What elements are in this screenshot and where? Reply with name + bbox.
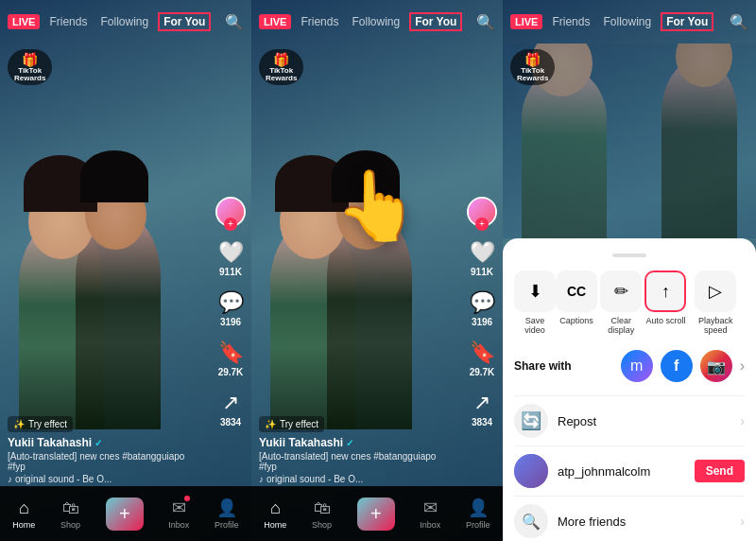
nav-following-3[interactable]: Following — [599, 13, 655, 30]
nav-following-1[interactable]: Following — [96, 13, 152, 30]
follow-button-1[interactable]: + — [215, 197, 246, 227]
rewards-badge-2[interactable]: 🎁 TikTok Rewards — [259, 49, 303, 85]
rewards-text2-2: Rewards — [266, 75, 297, 82]
comment-button-2[interactable]: 💬 3196 — [470, 290, 495, 327]
tab-inbox-label-1: Inbox — [168, 520, 189, 530]
add-icon-1: + — [106, 497, 144, 531]
messenger-icon: m — [630, 358, 643, 375]
clear-display-box: ✏ — [600, 270, 642, 312]
nav-links-2: LIVE Friends Following For You — [259, 12, 462, 31]
repost-item[interactable]: 🔄 Repost › — [514, 395, 745, 445]
tab-profile-2[interactable]: 👤 Profile — [466, 497, 490, 530]
side-actions-1: + 🤍 911K 💬 3196 🔖 29.7K ↗ 3834 — [215, 197, 246, 428]
playback-speed-box: ▷ — [695, 270, 736, 312]
nav-foryou-1[interactable]: For You — [158, 12, 211, 31]
repost-label: Repost — [558, 414, 740, 428]
sound-label-2: original sound - Be O... — [266, 474, 363, 484]
username-2[interactable]: Yukii Takahashi ✓ — [259, 436, 455, 449]
search-icon-1[interactable]: 🔍 — [225, 13, 244, 31]
tab-inbox-label-2: Inbox — [420, 520, 440, 530]
tab-shop-label-2: Shop — [312, 520, 332, 530]
shop-icon-1: 🛍 — [62, 498, 79, 518]
bookmark-icon-2: 🔖 — [470, 340, 495, 365]
try-effect-badge-2[interactable]: ✨ Try effect — [259, 416, 324, 432]
rewards-badge-3[interactable]: 🎁 TikTok Rewards — [510, 49, 555, 85]
download-icon: ⬇ — [528, 281, 542, 302]
repost-icon: 🔄 — [521, 410, 541, 431]
nav-friends-1[interactable]: Friends — [45, 13, 91, 30]
tab-inbox-2[interactable]: ✉ Inbox — [420, 497, 440, 530]
live-button-3[interactable]: LIVE — [510, 14, 542, 29]
rewards-text2-1: Rewards — [14, 75, 45, 82]
like-button-2[interactable]: 🤍 911K — [470, 240, 495, 277]
share-button-2[interactable]: ↗ 3834 — [472, 391, 492, 428]
share-button-1[interactable]: ↗ 3834 — [220, 391, 241, 428]
like-button-1[interactable]: 🤍 911K — [218, 240, 244, 277]
search-icon-2[interactable]: 🔍 — [476, 13, 495, 31]
live-button-2[interactable]: LIVE — [259, 14, 291, 29]
share-icon-2: ↗ — [473, 391, 490, 415]
instagram-share-button[interactable]: 📷 — [700, 350, 732, 382]
search-icon-3[interactable]: 🔍 — [730, 13, 748, 31]
tab-home-label-1: Home — [12, 520, 35, 530]
save-video-box: ⬇ — [514, 270, 556, 312]
shop-icon-2: 🛍 — [314, 498, 331, 518]
send-button[interactable]: Send — [695, 460, 745, 482]
effect-icon-1: ✨ — [13, 419, 25, 429]
profile-icon-1: 👤 — [216, 497, 237, 518]
auto-scroll-icon: ↑ — [662, 282, 670, 302]
bookmark-button-1[interactable]: 🔖 29.7K — [218, 340, 244, 377]
more-friends-arrow-icon: › — [740, 514, 745, 529]
bookmark-button-2[interactable]: 🔖 29.7K — [470, 340, 495, 377]
tab-home-label-2: Home — [264, 520, 286, 530]
playback-speed-action[interactable]: ▷ Playback speed — [686, 270, 745, 335]
nav-friends-3[interactable]: Friends — [548, 13, 593, 30]
auto-scroll-action[interactable]: ↑ Auto scroll — [644, 270, 686, 335]
tab-home-1[interactable]: ⌂ Home — [12, 498, 35, 530]
nav-following-2[interactable]: Following — [348, 13, 404, 30]
captions-icon: CC — [567, 284, 586, 299]
instagram-icon: 📷 — [707, 358, 726, 375]
nav-foryou-2[interactable]: For You — [409, 12, 462, 31]
friend-avatar — [514, 454, 548, 488]
live-button-1[interactable]: LIVE — [8, 14, 40, 29]
captions-action[interactable]: CC Captions — [556, 270, 597, 335]
facebook-share-button[interactable]: f — [661, 350, 693, 382]
bookmark-count-1: 29.7K — [218, 367, 244, 377]
facebook-icon: f — [674, 358, 679, 375]
share-bottom-sheet: ⬇ Save video CC Captions ✏ Clear display… — [503, 238, 756, 541]
rewards-badge-1[interactable]: 🎁 TikTok Rewards — [8, 49, 52, 85]
tab-profile-1[interactable]: 👤 Profile — [215, 497, 239, 530]
username-1[interactable]: Yukii Takahashi ✓ — [8, 436, 204, 449]
save-video-action[interactable]: ⬇ Save video — [514, 270, 556, 335]
friend-item[interactable]: atp_johnmalcolm Send — [514, 445, 745, 496]
try-effect-label-2: Try effect — [280, 419, 318, 429]
tab-add-2[interactable]: + — [357, 497, 395, 531]
comment-button-1[interactable]: 💬 3196 — [218, 290, 244, 327]
tab-add-1[interactable]: + — [106, 497, 144, 531]
tab-shop-2[interactable]: 🛍 Shop — [312, 498, 332, 530]
like-count-2: 911K — [471, 267, 493, 277]
clear-display-action[interactable]: ✏ Clear display — [597, 270, 644, 335]
tab-inbox-1[interactable]: ✉ Inbox — [168, 497, 189, 530]
like-count-1: 911K — [219, 267, 242, 277]
rewards-icon-1: 🎁 — [22, 52, 38, 67]
action-icons-row: ⬇ Save video CC Captions ✏ Clear display… — [514, 270, 745, 335]
share-icon-1: ↗ — [222, 391, 239, 415]
nav-foryou-3[interactable]: For You — [661, 12, 713, 31]
follow-button-2[interactable]: + — [467, 197, 497, 227]
clear-display-label: Clear display — [597, 316, 644, 335]
messenger-share-button[interactable]: m — [621, 350, 653, 382]
nav-friends-2[interactable]: Friends — [297, 13, 342, 30]
bottom-tabs-2: ⌂ Home 🛍 Shop + ✉ Inbox 👤 Profile — [251, 486, 503, 541]
try-effect-badge-1[interactable]: ✨ Try effect — [8, 416, 73, 432]
tab-shop-1[interactable]: 🛍 Shop — [60, 498, 80, 530]
save-video-label: Save video — [514, 316, 556, 335]
home-icon-1: ⌂ — [19, 498, 29, 518]
panel-1: LIVE Friends Following For You 🔍 🎁 TikTo… — [0, 0, 251, 541]
more-friends-item[interactable]: 🔍 More friends › — [514, 496, 745, 541]
tab-home-2[interactable]: ⌂ Home — [264, 498, 286, 530]
video-info-1: ✨ Try effect Yukii Takahashi ✓ [Auto-tra… — [8, 414, 204, 484]
comment-icon-2: 💬 — [470, 290, 495, 315]
more-social-arrow[interactable]: › — [740, 358, 745, 375]
